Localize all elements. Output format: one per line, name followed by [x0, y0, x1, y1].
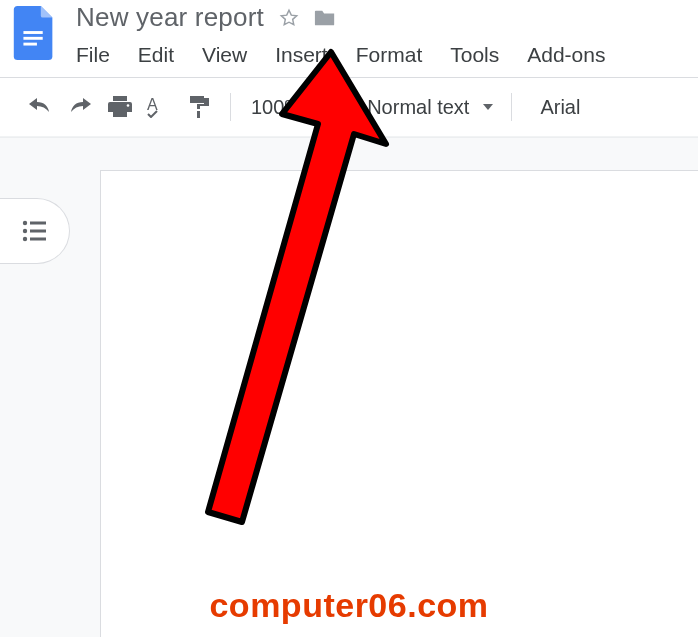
svg-rect-2: [23, 43, 37, 46]
zoom-dropdown[interactable]: 100%: [241, 96, 332, 119]
svg-rect-10: [30, 238, 46, 241]
print-button[interactable]: [100, 90, 140, 124]
svg-rect-8: [30, 230, 46, 233]
svg-point-7: [22, 229, 26, 233]
menu-file[interactable]: File: [76, 39, 124, 73]
menu-insert[interactable]: Insert: [261, 39, 342, 73]
undo-button[interactable]: [20, 90, 60, 124]
star-icon[interactable]: [278, 7, 300, 29]
spellcheck-button[interactable]: A: [140, 90, 180, 124]
docs-logo-icon[interactable]: [8, 6, 62, 60]
toolbar-separator: [230, 93, 231, 121]
folder-move-icon[interactable]: [314, 8, 336, 28]
svg-point-9: [22, 237, 26, 241]
chevron-down-icon: [312, 104, 322, 110]
menu-tools[interactable]: Tools: [436, 39, 513, 73]
document-page[interactable]: [100, 170, 698, 637]
header-main: New year report File Edit View Insert Fo…: [76, 2, 619, 73]
font-dropdown[interactable]: Arial: [522, 96, 590, 119]
menu-view[interactable]: View: [188, 39, 261, 73]
text-style-dropdown[interactable]: Normal text: [353, 96, 501, 119]
outline-toggle-button[interactable]: [0, 198, 70, 264]
chevron-down-icon: [483, 104, 493, 110]
redo-button[interactable]: [60, 90, 100, 124]
toolbar-separator: [511, 93, 512, 121]
zoom-value: 100%: [251, 96, 302, 119]
svg-rect-6: [30, 222, 46, 225]
svg-point-5: [22, 221, 26, 225]
svg-point-3: [127, 104, 130, 107]
svg-rect-0: [23, 31, 42, 34]
toolbar: A 100% Normal text Arial: [0, 77, 698, 137]
editor-canvas: [0, 137, 698, 637]
menu-addons[interactable]: Add-ons: [513, 39, 619, 73]
toolbar-separator: [342, 93, 343, 121]
watermark-text: computer06.com: [0, 586, 698, 625]
title-row: New year report: [76, 2, 619, 33]
document-title[interactable]: New year report: [76, 2, 264, 33]
svg-rect-1: [23, 37, 42, 40]
menu-format[interactable]: Format: [342, 39, 437, 73]
menu-edit[interactable]: Edit: [124, 39, 188, 73]
paint-format-button[interactable]: [180, 90, 220, 124]
menubar: File Edit View Insert Format Tools Add-o…: [76, 39, 619, 73]
text-style-value: Normal text: [367, 96, 469, 119]
font-value: Arial: [540, 96, 580, 118]
app-header: New year report File Edit View Insert Fo…: [0, 0, 698, 73]
